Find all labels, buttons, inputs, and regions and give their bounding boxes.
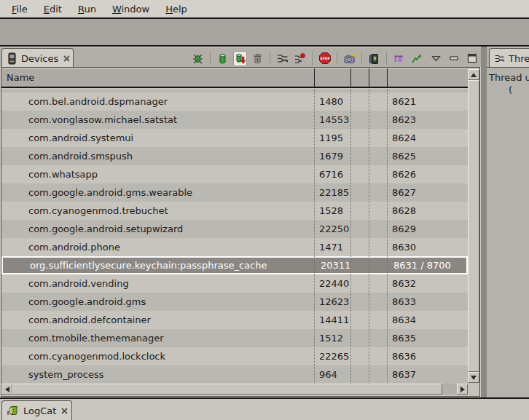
column-header-port[interactable] <box>387 68 468 87</box>
table-row[interactable]: com.cyanogenmod.trebuchet 1528 8628 <box>1 202 468 220</box>
threads-view: Threads Thread up ( <box>487 47 529 397</box>
column-divider[interactable] <box>350 90 351 384</box>
menu-run[interactable]: Run <box>72 2 102 16</box>
threads-tabstrip: Threads <box>487 47 529 67</box>
table-row[interactable]: com.bel.android.dspmanager 1480 8621 <box>1 92 468 111</box>
process-port: 8626 <box>387 169 468 180</box>
column-divider[interactable] <box>314 90 315 384</box>
scroll-up-button[interactable] <box>468 69 479 80</box>
start-method-profiling-icon[interactable] <box>293 51 307 66</box>
scroll-left-button[interactable] <box>1 384 12 395</box>
process-pid: 6716 <box>314 169 350 180</box>
table-row[interactable]: com.cyanogenmod.lockclock 22265 8636 <box>1 347 468 365</box>
logcat-tabstrip: LogCat <box>0 399 529 420</box>
menu-window[interactable]: Window <box>106 2 155 16</box>
screen-capture-icon[interactable] <box>342 51 356 66</box>
horizontal-scrollbar[interactable] <box>1 384 468 395</box>
process-name: com.android.defcontainer <box>1 314 314 325</box>
process-port: 8637 <box>387 369 468 380</box>
table-row[interactable]: com.android.vending 22440 8632 <box>1 274 468 293</box>
process-port: 8627 <box>387 187 468 198</box>
table-row[interactable]: com.google.android.gms 12623 8633 <box>1 293 468 311</box>
devices-tabstrip: Devices <box>0 47 481 67</box>
process-pid: 1195 <box>314 132 350 143</box>
column-header-pid[interactable] <box>314 68 350 87</box>
cause-gc-icon[interactable] <box>251 51 264 66</box>
process-table: Name com.bel.android.dspmanager 1480 862… <box>1 67 480 397</box>
panel-sash[interactable] <box>481 47 487 397</box>
update-threads-icon[interactable] <box>275 51 289 66</box>
main-toolbar-strip <box>0 19 529 45</box>
scroll-down-button[interactable] <box>468 372 479 383</box>
column-divider[interactable] <box>387 90 388 384</box>
table-row[interactable]: com.vonglasow.michael.satstat 14553 8623 <box>1 111 468 129</box>
close-icon[interactable] <box>63 55 70 62</box>
process-pid: 14411 <box>314 314 350 325</box>
process-pid: 1471 <box>314 242 350 253</box>
ddms-window: FileEditRunWindowHelp <box>0 0 529 420</box>
stop-process-icon[interactable]: STOP <box>318 51 332 66</box>
process-pid: 22440 <box>314 278 350 289</box>
tab-logcat-label: LogCat <box>23 405 56 416</box>
maximize-icon[interactable] <box>466 52 478 64</box>
process-port: 8621 <box>387 96 468 107</box>
menu-help[interactable]: Help <box>160 2 193 16</box>
systrace-icon[interactable] <box>392 51 406 66</box>
tab-threads[interactable]: Threads <box>489 48 529 68</box>
column-header-empty2[interactable] <box>369 68 387 87</box>
process-port: 8635 <box>387 333 468 344</box>
process-pid: 14553 <box>314 114 350 125</box>
column-header-name[interactable]: Name <box>1 68 314 87</box>
dump-hprof-icon[interactable] <box>233 51 247 66</box>
process-name: com.android.phone <box>1 242 314 253</box>
process-pid: 1528 <box>314 205 350 216</box>
process-port: 8633 <box>387 296 468 307</box>
process-name: com.vonglasow.michael.satstat <box>1 114 314 125</box>
table-row[interactable]: com.google.android.gms.wearable 22185 86… <box>1 183 468 202</box>
column-header-empty1[interactable] <box>350 68 369 87</box>
process-name: com.cyanogenmod.lockclock <box>1 351 314 362</box>
menu-file[interactable]: File <box>6 2 34 16</box>
table-row[interactable]: com.google.android.setupwizard 22250 862… <box>1 220 468 238</box>
process-name: com.google.android.gms <box>1 296 314 307</box>
tab-devices[interactable]: Devices <box>1 48 74 68</box>
table-row[interactable]: com.android.smspush 1679 8625 <box>1 147 468 165</box>
scroll-right-button[interactable] <box>457 384 468 395</box>
table-row[interactable]: org.sufficientlysecure.keychain:passphra… <box>1 256 468 274</box>
table-body: com.bel.android.dspmanager 1480 8621 com… <box>1 90 468 384</box>
view-menu-icon[interactable] <box>430 52 442 64</box>
process-port: 8628 <box>387 205 468 216</box>
svg-text:STOP: STOP <box>320 57 330 60</box>
debug-attach-icon[interactable] <box>191 51 205 66</box>
close-icon[interactable] <box>61 408 68 414</box>
threads-message-area: Thread up ( <box>487 67 529 397</box>
view-hierarchy-icon[interactable] <box>367 51 381 66</box>
toolbar-separator <box>210 52 211 65</box>
table-row[interactable]: com.android.defcontainer 14411 8634 <box>1 311 468 329</box>
process-port: 8629 <box>387 223 468 234</box>
opengl-trace-icon[interactable] <box>410 51 423 66</box>
process-pid: 22265 <box>314 351 350 362</box>
tab-logcat[interactable]: LogCat <box>1 400 72 420</box>
menu-bar: FileEditRunWindowHelp <box>0 0 529 17</box>
process-port: 8631 / 8700 <box>388 260 466 271</box>
table-row[interactable]: com.android.systemui 1195 8624 <box>1 129 468 147</box>
column-divider[interactable] <box>369 90 369 384</box>
process-name: com.cyanogenmod.trebuchet <box>1 205 314 216</box>
process-name: com.whatsapp <box>1 169 314 180</box>
table-row[interactable]: system_process 964 8637 <box>1 365 468 384</box>
table-row[interactable]: com.whatsapp 6716 8626 <box>1 165 468 183</box>
table-header[interactable]: Name <box>1 68 468 88</box>
vertical-scrollbar[interactable] <box>468 69 479 383</box>
update-heap-icon[interactable] <box>216 51 230 66</box>
process-port: 8632 <box>387 278 468 289</box>
toolbar-separator <box>337 52 337 65</box>
table-row[interactable]: com.tmobile.thememanager 1512 8635 <box>1 329 468 347</box>
minimize-icon[interactable] <box>448 52 460 64</box>
horizontal-scroll-thumb[interactable] <box>12 384 442 395</box>
devices-toolbar: STOP <box>191 49 478 67</box>
tab-devices-label: Devices <box>21 53 58 64</box>
menu-edit[interactable]: Edit <box>38 2 68 16</box>
vertical-scroll-thumb[interactable] <box>468 80 479 372</box>
table-row[interactable]: com.android.phone 1471 8630 <box>1 238 468 256</box>
